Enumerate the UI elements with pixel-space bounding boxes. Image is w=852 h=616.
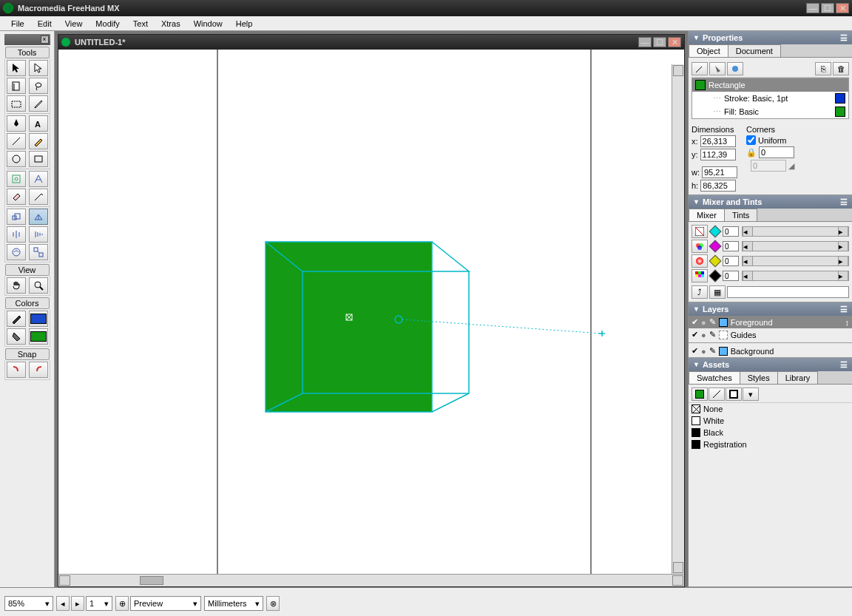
- scroll-left-icon[interactable]: [59, 575, 70, 586]
- dropdown-icon[interactable]: ▾: [104, 599, 109, 609]
- swatch-black[interactable]: Black: [689, 427, 852, 439]
- knife-tool[interactable]: [29, 189, 48, 205]
- scroll-right-icon[interactable]: [672, 575, 683, 586]
- fill-swatch-button[interactable]: [692, 387, 708, 401]
- collapse-icon[interactable]: ▼: [693, 198, 700, 206]
- properties-header[interactable]: ▼Properties☰: [689, 31, 852, 44]
- visible-icon[interactable]: ✔: [692, 317, 698, 327]
- tab-library[interactable]: Library: [777, 371, 819, 384]
- menu-view[interactable]: View: [58, 18, 89, 30]
- tab-styles[interactable]: Styles: [740, 371, 778, 384]
- zoom-tool[interactable]: [29, 277, 48, 294]
- visible-icon[interactable]: ✔: [692, 330, 698, 339]
- info-button[interactable]: ⊗: [266, 596, 280, 611]
- add-effect-button[interactable]: [727, 62, 743, 75]
- tint-well-button[interactable]: ▦: [709, 285, 726, 299]
- menu-window[interactable]: Window: [187, 18, 229, 30]
- scroll-up-icon[interactable]: [673, 65, 683, 76]
- trace-tool[interactable]: [7, 244, 26, 260]
- color-model-rgb[interactable]: [692, 240, 708, 253]
- pen-tool[interactable]: [7, 115, 26, 132]
- both-swatch-button[interactable]: [726, 387, 742, 401]
- layers-header[interactable]: ▼Layers☰: [689, 302, 852, 316]
- close-icon[interactable]: ×: [41, 35, 49, 44]
- panel-menu-icon[interactable]: ☰: [840, 305, 848, 314]
- swatch-registration[interactable]: Registration: [689, 439, 852, 450]
- tab-tints[interactable]: Tints: [724, 209, 757, 221]
- collapse-icon[interactable]: ▼: [693, 34, 700, 41]
- doc-close-button[interactable]: ✕: [668, 37, 681, 47]
- fill-color-tool[interactable]: [7, 328, 26, 345]
- print-icon[interactable]: ✎: [709, 317, 716, 327]
- corner1-input[interactable]: [759, 146, 794, 158]
- close-button[interactable]: ✕: [836, 3, 849, 13]
- menu-help[interactable]: Help: [229, 18, 260, 30]
- snap-point-tool[interactable]: [29, 362, 48, 378]
- layer-background[interactable]: ✔ ● ✎ Background: [689, 345, 852, 357]
- w-input[interactable]: [702, 166, 737, 178]
- output-area-tool[interactable]: [7, 95, 26, 112]
- next-page-button[interactable]: ▸: [71, 596, 84, 611]
- vertical-scrollbar[interactable]: [672, 64, 684, 574]
- fill-swatch[interactable]: [29, 328, 48, 345]
- uniform-checkbox[interactable]: [746, 135, 756, 145]
- corner-type-icon[interactable]: ◢: [788, 161, 794, 171]
- x-input[interactable]: [700, 135, 736, 147]
- horizontal-scrollbar[interactable]: [58, 574, 684, 586]
- dropdown-icon[interactable]: ▾: [255, 599, 260, 609]
- color-model-cmyk[interactable]: [692, 225, 708, 238]
- hand-tool[interactable]: [7, 277, 26, 294]
- add-to-swatches-button[interactable]: ⤴: [692, 285, 708, 299]
- magenta-input[interactable]: [723, 241, 739, 251]
- cyan-input[interactable]: [723, 226, 739, 237]
- page-tool[interactable]: [7, 78, 26, 94]
- panel-menu-icon[interactable]: ☰: [840, 197, 848, 207]
- arrow-icon[interactable]: ↕: [845, 318, 850, 327]
- canvas[interactable]: [58, 50, 684, 574]
- reflect-tool[interactable]: [7, 226, 26, 243]
- swatch-menu-button[interactable]: ▾: [743, 387, 759, 401]
- stroke-swatch-button[interactable]: [709, 387, 725, 401]
- stroke-color-tool[interactable]: [7, 311, 26, 327]
- lasso-tool[interactable]: [29, 78, 48, 94]
- lock-icon[interactable]: ●: [701, 347, 706, 356]
- rotate-3d-tool[interactable]: [29, 209, 48, 225]
- lock-icon[interactable]: ●: [701, 331, 706, 339]
- menu-file[interactable]: File: [4, 18, 31, 30]
- swatch-none[interactable]: None: [689, 403, 852, 415]
- perspective-tool[interactable]: [29, 171, 48, 187]
- doc-maximize-button[interactable]: ☐: [653, 37, 666, 47]
- connector-tool[interactable]: [29, 244, 48, 260]
- tools-palette-titlebar[interactable]: ×: [4, 34, 50, 45]
- tab-swatches[interactable]: Swatches: [689, 371, 740, 384]
- add-stroke-button[interactable]: [692, 62, 708, 75]
- add-fill-button[interactable]: [709, 62, 726, 75]
- mixer-header[interactable]: ▼Mixer and Tints☰: [689, 195, 852, 209]
- h-input[interactable]: [700, 180, 736, 192]
- cyan-slider[interactable]: ◂▸: [742, 226, 849, 237]
- snap-object-tool[interactable]: [7, 362, 26, 378]
- yellow-slider[interactable]: ◂▸: [742, 256, 849, 266]
- minimize-button[interactable]: —: [806, 3, 819, 13]
- pencil-tool[interactable]: [29, 133, 48, 149]
- dropdown-icon[interactable]: ▾: [45, 599, 50, 609]
- doc-minimize-button[interactable]: —: [638, 37, 652, 47]
- dropdown-icon[interactable]: ▾: [193, 599, 197, 609]
- zoom-field[interactable]: 85%▾: [4, 596, 53, 611]
- object-row-rectangle[interactable]: Rectangle: [692, 78, 848, 92]
- color-model-hls[interactable]: [692, 254, 708, 268]
- assets-header[interactable]: ▼Assets☰: [689, 358, 852, 371]
- tab-mixer[interactable]: Mixer: [689, 209, 725, 221]
- lock-icon[interactable]: ●: [701, 318, 706, 327]
- menu-edit[interactable]: Edit: [31, 18, 58, 30]
- canvas-content[interactable]: [58, 50, 680, 574]
- scale-tool[interactable]: [7, 209, 26, 225]
- freeform-tool[interactable]: [7, 171, 26, 187]
- tab-object[interactable]: Object: [689, 44, 728, 57]
- magenta-slider[interactable]: ◂▸: [742, 241, 849, 251]
- subselect-tool[interactable]: [29, 60, 48, 76]
- color-well[interactable]: [727, 286, 849, 298]
- prev-page-button[interactable]: ◂: [56, 596, 70, 611]
- maximize-button[interactable]: ☐: [821, 3, 834, 13]
- color-model-sys[interactable]: [692, 269, 708, 282]
